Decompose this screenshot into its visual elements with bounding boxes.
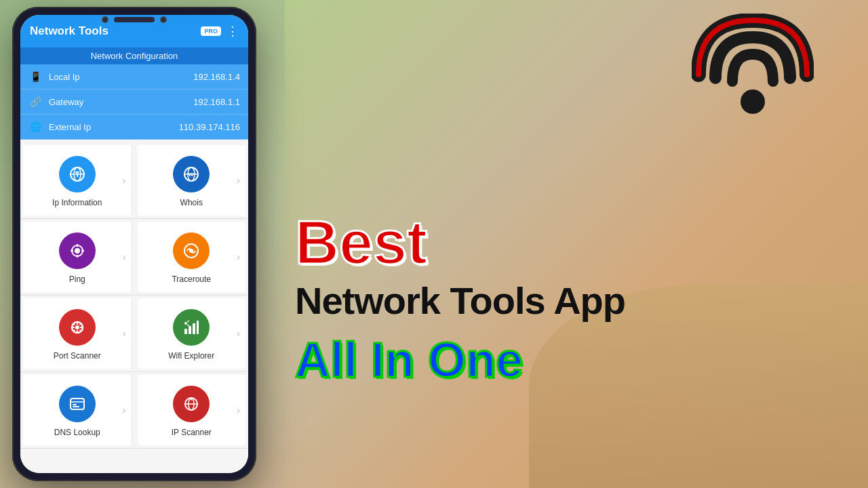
network-row-local-ip[interactable]: 📱 Local Ip 192.168.1.4 (20, 64, 248, 89)
svg-rect-33 (73, 406, 79, 407)
wifi-explorer-arrow: › (237, 328, 240, 339)
network-info-rows: 📱 Local Ip 192.168.1.4 🔗 Gateway 192.168… (20, 64, 248, 140)
network-row-external-ip[interactable]: 🌐 External Ip 110.39.174.116 (20, 115, 248, 140)
pro-badge[interactable]: PRO (201, 26, 221, 36)
wifi-explorer-label: Wifi Explorer (168, 351, 214, 361)
svg-point-18 (75, 325, 79, 329)
svg-rect-32 (73, 404, 77, 405)
menu-icon[interactable]: ⋮ (226, 24, 239, 39)
camera-dot (102, 16, 108, 23)
right-content: Best Network Tools App All In One (268, 0, 868, 488)
ip-scanner-label: IP Scanner (172, 428, 212, 437)
phone-mockup: Network Tools PRO ⋮ Network Configuratio… (12, 7, 256, 481)
svg-rect-26 (197, 321, 199, 334)
svg-point-10 (75, 248, 80, 253)
best-text: Best (295, 212, 427, 273)
local-ip-label: Local Ip (49, 72, 186, 82)
svg-rect-30 (71, 399, 84, 409)
whois-label: Whois (180, 198, 203, 207)
svg-rect-4 (77, 173, 78, 177)
tool-port-scanner[interactable]: Port Scanner › (23, 298, 132, 369)
camera-dot-2 (160, 16, 167, 23)
wifi-icon-large (692, 14, 814, 115)
ping-label: Ping (69, 274, 85, 284)
ip-information-label: Ip Information (52, 198, 102, 207)
port-scanner-arrow: › (123, 328, 126, 339)
tool-ip-information[interactable]: Ip Information › (23, 145, 132, 216)
network-config-banner: Network Configuration (20, 47, 248, 64)
ping-arrow: › (123, 251, 126, 262)
traceroute-icon (173, 232, 210, 269)
tools-row-3: Port Scanner › (20, 296, 248, 372)
tool-wifi-explorer[interactable]: Wifi Explorer › (138, 298, 246, 369)
whois-icon: W (173, 156, 210, 192)
gateway-value: 192.168.1.1 (193, 97, 240, 107)
dns-lookup-arrow: › (123, 405, 126, 415)
network-tools-app-text: Network Tools App (295, 280, 841, 322)
phone-notch (102, 16, 167, 23)
tools-row-2: Ping › Traceroute › (20, 219, 248, 296)
tool-ip-scanner[interactable]: IP Scanner › (138, 375, 246, 445)
tool-whois[interactable]: W Whois › (138, 145, 246, 216)
svg-rect-23 (184, 329, 187, 334)
header-right: PRO ⋮ (201, 24, 239, 39)
tools-row-1: Ip Information › W Whois (20, 142, 248, 219)
all-in-one-text: All In One (295, 336, 841, 384)
svg-text:W: W (189, 171, 194, 178)
tool-dns-lookup[interactable]: DNS Lookup › (23, 375, 132, 445)
svg-point-37 (191, 399, 193, 401)
local-ip-value: 192.168.1.4 (193, 72, 240, 82)
speaker-bar (114, 17, 155, 22)
tool-traceroute[interactable]: Traceroute › (138, 222, 246, 292)
wifi-explorer-icon (173, 309, 210, 346)
port-scanner-icon (59, 309, 96, 346)
svg-rect-3 (75, 171, 79, 173)
app-title: Network Tools (30, 24, 108, 38)
ip-information-icon (59, 156, 96, 192)
ping-icon (59, 232, 96, 269)
ip-scanner-icon (173, 386, 210, 422)
svg-point-16 (189, 249, 193, 253)
tools-row-4: DNS Lookup › IP Scanner (20, 372, 248, 449)
svg-point-27 (184, 322, 187, 325)
ip-information-arrow: › (123, 175, 126, 186)
gateway-icon: 🔗 (28, 95, 42, 108)
svg-rect-24 (189, 326, 191, 334)
external-ip-icon: 🌐 (28, 120, 42, 134)
tools-grid: Ip Information › W Whois (20, 140, 248, 473)
svg-rect-25 (193, 323, 195, 334)
external-ip-value: 110.39.174.116 (179, 122, 240, 132)
dns-lookup-icon (59, 386, 96, 422)
network-config-label: Network Configuration (91, 51, 178, 61)
gateway-label: Gateway (49, 97, 186, 107)
local-ip-icon: 📱 (28, 70, 42, 83)
port-scanner-label: Port Scanner (54, 351, 101, 361)
ip-scanner-arrow: › (237, 405, 240, 415)
network-row-gateway[interactable]: 🔗 Gateway 192.168.1.1 (20, 89, 248, 115)
dns-lookup-label: DNS Lookup (54, 428, 100, 437)
external-ip-label: External Ip (49, 122, 172, 132)
whois-arrow: › (237, 175, 240, 186)
phone-frame: Network Tools PRO ⋮ Network Configuratio… (12, 7, 256, 481)
svg-point-38 (741, 89, 765, 114)
tool-ping[interactable]: Ping › (23, 222, 132, 292)
traceroute-arrow: › (237, 251, 240, 262)
traceroute-label: Traceroute (172, 274, 211, 284)
svg-line-29 (187, 325, 189, 326)
svg-line-28 (187, 321, 189, 322)
phone-screen: Network Tools PRO ⋮ Network Configuratio… (20, 15, 248, 473)
